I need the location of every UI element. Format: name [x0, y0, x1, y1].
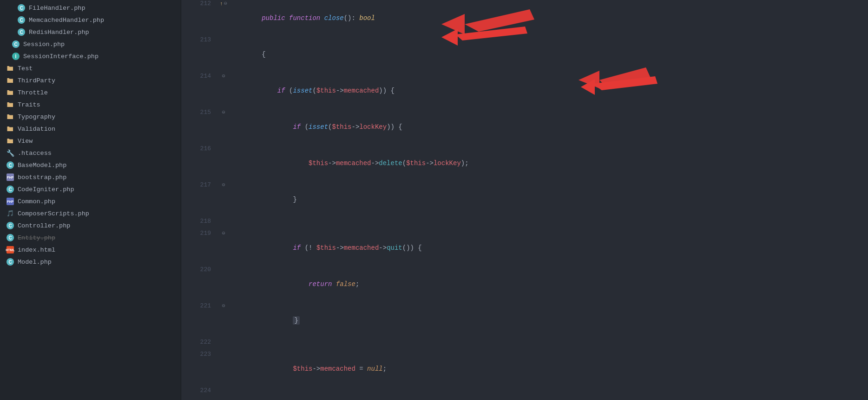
fold-icon-212[interactable]: ⊖	[224, 0, 227, 7]
line-gutter-214: 214	[181, 73, 218, 80]
controller-label: Controller.php	[18, 222, 70, 229]
fold-icon-214[interactable]: ⊖	[222, 73, 225, 80]
code-line-220: 220 return false;	[181, 266, 868, 302]
sidebar-item-view[interactable]: View	[0, 135, 181, 147]
file-icon-model: C	[6, 257, 15, 267]
sidebar-item-common[interactable]: PHP Common.php	[0, 195, 181, 207]
file-icon-session: C	[11, 40, 20, 49]
file-icon-redishandler: C	[17, 27, 26, 37]
sidebar-item-htaccess[interactable]: 🔧 .htaccess	[0, 147, 181, 159]
file-tree-sidebar[interactable]: C FileHandler.php C MemcachedHandler.php…	[0, 0, 181, 400]
sidebar-item-model[interactable]: C Model.php	[0, 256, 181, 268]
code-line-221: 221 ⊖ }	[181, 302, 868, 339]
line-content-221: }	[229, 302, 868, 339]
common-label: Common.php	[18, 198, 55, 205]
sidebar-item-traits[interactable]: Traits	[0, 99, 181, 111]
sidebar-item-composerscripts[interactable]: 🎵 ComposerScripts.php	[0, 207, 181, 220]
code-line-224: 224	[181, 387, 868, 399]
sidebar-item-redishandler[interactable]: C RedisHandler.php	[0, 26, 181, 38]
folder-icon-typography	[6, 112, 15, 121]
line-content-215: if (isset($this->lockKey)) {	[229, 109, 868, 145]
line-indicator-219: ⊖	[218, 230, 229, 237]
file-icon-bootstrap: PHP	[6, 173, 15, 182]
file-icon-htaccess: 🔧	[6, 148, 15, 158]
htaccess-label: .htaccess	[18, 150, 52, 157]
line-content-223: $this->memcached = null;	[229, 351, 868, 387]
sidebar-item-index[interactable]: HTML index.html	[0, 244, 181, 256]
code-line-218: 218	[181, 218, 868, 230]
line-content-220: return false;	[229, 266, 868, 302]
sidebar-item-memcachedhandler[interactable]: C MemcachedHandler.php	[0, 14, 181, 26]
codeigniter-label: CodeIgniter.php	[18, 186, 74, 193]
traits-label: Traits	[18, 101, 40, 108]
folder-icon-test	[6, 64, 15, 73]
line-indicator-221: ⊖	[218, 302, 229, 309]
sidebar-item-controller[interactable]: C Controller.php	[0, 220, 181, 232]
sidebar-item-basemodel[interactable]: C BaseModel.php	[0, 159, 181, 171]
view-label: View	[18, 138, 33, 145]
session-label: Session.php	[23, 41, 65, 48]
line-gutter-219: 219	[181, 230, 218, 237]
line-gutter-224: 224	[181, 387, 218, 394]
code-line-222: 222	[181, 339, 868, 351]
code-line-213: 213 {	[181, 36, 868, 73]
folder-icon-validation	[6, 124, 15, 133]
sidebar-item-filehandler[interactable]: C FileHandler.php	[0, 2, 181, 14]
line-gutter-218: 218	[181, 218, 218, 225]
code-line-217: 217 ⊖ }	[181, 181, 868, 218]
fold-icon-219[interactable]: ⊖	[222, 230, 225, 237]
filehandler-label: FileHandler.php	[29, 5, 85, 12]
sidebar-item-test[interactable]: Test	[0, 62, 181, 74]
line-gutter-217: 217	[181, 181, 218, 188]
redishandler-label: RedisHandler.php	[29, 29, 89, 36]
throttle-label: Throttle	[18, 89, 48, 96]
line-gutter-223: 223	[181, 351, 218, 358]
code-editor[interactable]: 212 ↑ ⊖ public function close(): bool 21…	[181, 0, 868, 400]
line-gutter-222: 222	[181, 339, 218, 346]
file-icon-entity: C	[6, 233, 15, 242]
line-gutter-220: 220	[181, 266, 218, 273]
line-gutter-212: 212	[181, 0, 218, 7]
line-indicator-212: ↑ ⊖	[218, 0, 229, 7]
fold-icon-215[interactable]: ⊖	[222, 109, 225, 116]
line-content-214: if (isset($this->memcached)) {	[229, 73, 868, 109]
basemodel-label: BaseModel.php	[18, 162, 66, 169]
index-label: index.html	[18, 247, 55, 253]
file-icon-composerscripts: 🎵	[6, 209, 15, 218]
file-icon-sessioninterface: I	[11, 52, 20, 61]
file-icon-codeigniter: C	[6, 185, 15, 194]
sidebar-item-entity[interactable]: C Entity.php	[0, 232, 181, 244]
folder-icon-view	[6, 136, 15, 146]
line-indicator-217: ⊖	[218, 181, 229, 188]
file-icon-index: HTML	[6, 245, 15, 254]
validation-label: Validation	[18, 126, 55, 133]
fold-icon-221[interactable]: ⊖	[222, 302, 225, 309]
test-label: Test	[18, 65, 33, 72]
sidebar-item-thirdparty[interactable]: ThirdParty	[0, 74, 181, 87]
model-label: Model.php	[18, 259, 52, 266]
sidebar-item-bootstrap[interactable]: PHP bootstrap.php	[0, 171, 181, 183]
line-content-213: {	[229, 36, 868, 73]
folder-icon-traits	[6, 100, 15, 109]
fold-icon-217[interactable]: ⊖	[222, 181, 225, 188]
file-icon-filehandler: C	[17, 3, 26, 13]
sidebar-item-typography[interactable]: Typography	[0, 111, 181, 123]
sidebar-item-codeigniter[interactable]: C CodeIgniter.php	[0, 183, 181, 195]
file-icon-common: PHP	[6, 197, 15, 206]
file-icon-controller: C	[6, 221, 15, 230]
line-gutter-221: 221	[181, 302, 218, 309]
line-content-216: $this->memcached->delete($this->lockKey)…	[229, 145, 868, 181]
code-line-214: 214 ⊖ if (isset($this->memcached)) {	[181, 73, 868, 109]
sidebar-item-sessioninterface[interactable]: I SessionInterface.php	[0, 50, 181, 62]
sidebar-item-validation[interactable]: Validation	[0, 123, 181, 135]
code-line-212: 212 ↑ ⊖ public function close(): bool	[181, 0, 868, 36]
sidebar-item-session[interactable]: C Session.php	[0, 38, 181, 50]
code-line-223: 223 $this->memcached = null;	[181, 351, 868, 387]
line-indicator-215: ⊖	[218, 109, 229, 116]
line-indicator-214: ⊖	[218, 73, 229, 80]
code-line-215: 215 ⊖ if (isset($this->lockKey)) {	[181, 109, 868, 145]
line-content-219: if (! $this->memcached->quit()) {	[229, 230, 868, 266]
sidebar-item-throttle[interactable]: Throttle	[0, 87, 181, 99]
code-line-216: 216 $this->memcached->delete($this->lock…	[181, 145, 868, 181]
code-line-219: 219 ⊖ if (! $this->memcached->quit()) {	[181, 230, 868, 266]
